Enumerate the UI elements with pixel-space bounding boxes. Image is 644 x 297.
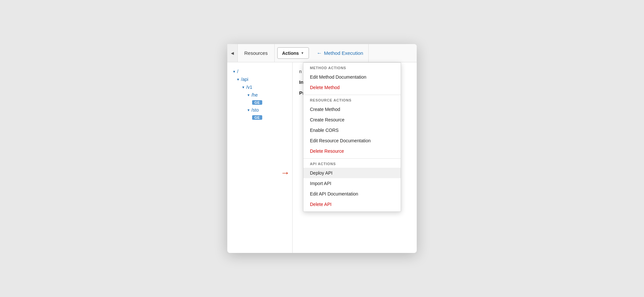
tree-label-root: / (237, 69, 238, 74)
main-window: ◀ Resources Actions ▼ ← Method Execution… (227, 44, 417, 253)
top-bar: ◀ Resources Actions ▼ ← Method Execution (227, 44, 417, 62)
tree-label-v1: /v1 (246, 85, 252, 90)
tree-label-he: /he (251, 92, 258, 98)
tree-arrow-root: ▼ (233, 70, 236, 73)
api-actions-label: API ACTIONS (303, 162, 401, 168)
sidebar: ▼ / ▼ /api ▼ /v1 ▼ /he GE ▼ /sto (227, 62, 293, 253)
actions-button[interactable]: Actions ▼ (277, 47, 309, 59)
arrow-left-icon: ← (317, 50, 322, 56)
create-method-item[interactable]: Create Method (303, 104, 401, 115)
tree-item-get1[interactable]: GE (227, 99, 292, 106)
create-resource-item[interactable]: Create Resource (303, 115, 401, 125)
enable-cors-item[interactable]: Enable CORS (303, 125, 401, 135)
api-actions-section: API ACTIONS → Deploy API Import API Edit… (303, 159, 401, 211)
delete-resource-item[interactable]: Delete Resource (303, 146, 401, 156)
delete-api-item[interactable]: Delete API (303, 199, 401, 210)
method-actions-section: METHOD ACTIONS Edit Method Documentation… (303, 63, 401, 95)
method-execution-link[interactable]: ← Method Execution (312, 44, 369, 62)
edit-resource-doc-item[interactable]: Edit Resource Documentation (303, 135, 401, 146)
tree-arrow-api: ▼ (236, 78, 240, 81)
resources-label: Resources (244, 50, 268, 56)
get-badge-2: GE (252, 115, 262, 120)
actions-dropdown: METHOD ACTIONS Edit Method Documentation… (303, 62, 401, 212)
tree-label-sto: /sto (251, 107, 259, 113)
tree-item-get2[interactable]: GE (227, 114, 292, 121)
resources-tab: Resources (238, 44, 275, 62)
tree-item-sto[interactable]: ▼ /sto (227, 106, 292, 114)
tree-item-he[interactable]: ▼ /he (227, 91, 292, 99)
edit-api-doc-item[interactable]: Edit API Documentation (303, 189, 401, 199)
collapse-button[interactable]: ◀ (227, 44, 238, 62)
deploy-api-row: → Deploy API (303, 168, 401, 178)
edit-method-doc-item[interactable]: Edit Method Documentation (303, 72, 401, 82)
tree-arrow-sto: ▼ (247, 108, 250, 112)
caret-icon: ▼ (301, 51, 304, 55)
tree-arrow-v1: ▼ (242, 86, 245, 89)
deploy-api-item[interactable]: Deploy API (303, 168, 401, 178)
resource-actions-label: RESOURCE ACTIONS (303, 98, 401, 104)
delete-method-item[interactable]: Delete Method (303, 82, 401, 93)
tree-item-v1[interactable]: ▼ /v1 (227, 83, 292, 91)
resource-actions-section: RESOURCE ACTIONS Create Method Create Re… (303, 95, 401, 159)
actions-label: Actions (282, 51, 299, 56)
tree-item-api[interactable]: ▼ /api (227, 75, 292, 83)
import-api-item[interactable]: Import API (303, 178, 401, 189)
collapse-icon: ◀ (231, 51, 234, 55)
get-badge-1: GE (252, 100, 262, 105)
tree-label-api: /api (241, 77, 249, 82)
method-actions-label: METHOD ACTIONS (303, 66, 401, 72)
tree-item-root[interactable]: ▼ / (227, 68, 292, 75)
method-execution-label: Method Execution (324, 50, 363, 56)
tree-arrow-he: ▼ (247, 93, 250, 97)
